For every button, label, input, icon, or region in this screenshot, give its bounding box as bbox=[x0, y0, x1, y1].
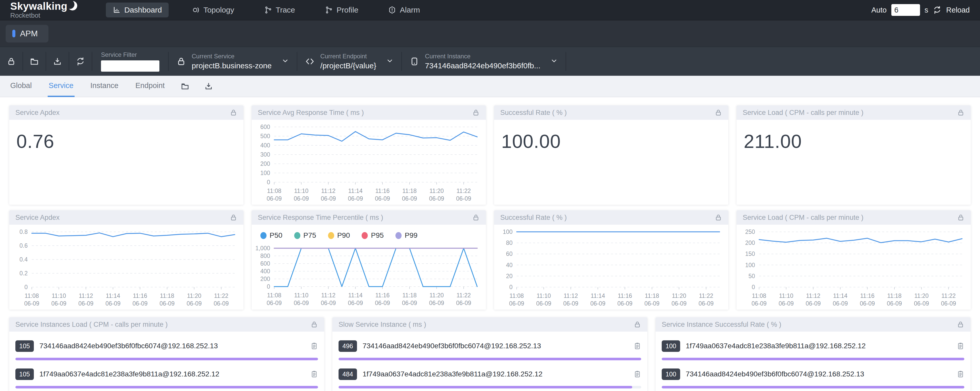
success-rate-line-chart[interactable]: 02040608010011:0806-0911:1006-0911:1206-… bbox=[494, 225, 728, 310]
svg-text:200: 200 bbox=[260, 275, 270, 282]
svg-text:06-09: 06-09 bbox=[429, 300, 444, 306]
current-instance-selector[interactable]: Current Instance 734146aad8424eb490ef3b6… bbox=[402, 53, 565, 70]
nav-item-trace[interactable]: Trace bbox=[257, 3, 302, 17]
svg-text:06-09: 06-09 bbox=[375, 300, 390, 306]
dashboard-toolbar: Service Filter Current Service projectB.… bbox=[0, 47, 980, 76]
card-percentile-chart: Service Response Time Percentile ( ms ) … bbox=[252, 211, 486, 310]
svg-text:11:20: 11:20 bbox=[187, 293, 201, 299]
card-lock-icon[interactable] bbox=[957, 109, 965, 116]
card-lock-icon[interactable] bbox=[957, 321, 964, 328]
card-lock-icon[interactable] bbox=[714, 214, 722, 222]
svg-text:06-09: 06-09 bbox=[24, 300, 40, 307]
copy-icon[interactable] bbox=[633, 342, 641, 350]
nav-item-profile[interactable]: Profile bbox=[318, 3, 365, 17]
copy-icon[interactable] bbox=[310, 370, 318, 378]
card-lock-icon[interactable] bbox=[230, 214, 237, 222]
legend-dot bbox=[294, 232, 301, 239]
copy-icon[interactable] bbox=[957, 342, 964, 350]
legend-item-P95[interactable]: P95 bbox=[362, 231, 383, 239]
scope-tabs: Global Service Instance Endpoint bbox=[0, 76, 980, 97]
tab-apm[interactable]: APM bbox=[6, 25, 48, 43]
auto-interval-input[interactable] bbox=[891, 4, 920, 16]
copy-icon[interactable] bbox=[633, 370, 641, 378]
svg-text:06-09: 06-09 bbox=[267, 195, 282, 202]
card-lock-icon[interactable] bbox=[957, 214, 965, 222]
list-item: 105 734146aad8424eb490ef3b6f0fbc6074@192… bbox=[15, 332, 318, 360]
current-service-selector[interactable]: Current Service projectB.business-zone bbox=[169, 53, 297, 70]
avg-response-line-chart[interactable]: 010020030040050060011:0806-0911:1006-091… bbox=[252, 120, 486, 205]
apdex-line-chart[interactable]: 00.20.40.60.811:0806-0911:1006-0911:1206… bbox=[9, 225, 243, 310]
card-lock-icon[interactable] bbox=[633, 321, 641, 328]
card-lock-icon[interactable] bbox=[230, 109, 237, 116]
card-lock-icon[interactable] bbox=[714, 109, 722, 116]
folder-icon bbox=[181, 82, 189, 90]
tab-endpoint[interactable]: Endpoint bbox=[134, 76, 166, 97]
folder-icon bbox=[30, 57, 39, 66]
current-endpoint-selector[interactable]: Current Endpoint /projectB/{value} bbox=[297, 53, 401, 70]
export-template-button[interactable] bbox=[46, 52, 69, 70]
svg-text:11:20: 11:20 bbox=[915, 293, 929, 299]
top-navbar: Skywalking Rocketbot Dashboard Topology bbox=[0, 0, 980, 21]
service-load-line-chart[interactable]: 05010015020025011:0806-0911:1006-0911:12… bbox=[737, 225, 971, 310]
nav-item-topology[interactable]: Topology bbox=[185, 3, 241, 17]
svg-text:11:22: 11:22 bbox=[457, 292, 471, 299]
card-lock-icon[interactable] bbox=[310, 321, 318, 328]
svg-text:06-09: 06-09 bbox=[402, 300, 417, 306]
import-template-button[interactable] bbox=[23, 52, 46, 70]
reload-icon[interactable] bbox=[933, 6, 942, 14]
download-icon bbox=[204, 82, 213, 90]
svg-text:11:22: 11:22 bbox=[699, 293, 713, 299]
instance-label: 734146aad8424eb490ef3b6f0fbc6074@192.168… bbox=[363, 342, 628, 350]
service-filter-input[interactable] bbox=[101, 60, 159, 72]
svg-text:06-09: 06-09 bbox=[186, 300, 202, 307]
tab-global[interactable]: Global bbox=[9, 76, 33, 97]
legend-item-P50[interactable]: P50 bbox=[260, 231, 282, 239]
svg-text:800: 800 bbox=[260, 253, 270, 259]
svg-text:60: 60 bbox=[506, 250, 512, 257]
lock-edit-button[interactable] bbox=[0, 52, 22, 70]
refresh-dashboard-button[interactable] bbox=[69, 52, 92, 70]
export-view-button[interactable] bbox=[204, 82, 213, 90]
logo-subtitle: Rocketbot bbox=[10, 11, 78, 19]
list-item: 100 1f749aa0637e4adc81e238a3fe9b811a@192… bbox=[662, 332, 964, 360]
reload-label[interactable]: Reload bbox=[946, 6, 970, 14]
legend-item-P75[interactable]: P75 bbox=[294, 231, 316, 239]
app-logo[interactable]: Skywalking Rocketbot bbox=[10, 0, 78, 19]
toolbar-divider bbox=[566, 52, 566, 71]
tab-instance[interactable]: Instance bbox=[89, 76, 120, 97]
card-lock-icon[interactable] bbox=[472, 109, 480, 116]
code-brackets-icon bbox=[305, 57, 315, 66]
percentile-legend: P50P75P90P95P99 bbox=[260, 230, 486, 241]
metric-bar bbox=[15, 358, 318, 360]
success-rate-value: 100.00 bbox=[501, 130, 728, 152]
svg-text:06-09: 06-09 bbox=[132, 300, 148, 307]
nav-item-alarm[interactable]: Alarm bbox=[381, 3, 426, 17]
card-service-load-chart: Service Load ( CPM - calls per minute ) … bbox=[737, 211, 971, 310]
metric-badge: 484 bbox=[339, 369, 357, 380]
list-item: 484 1f749aa0637e4adc81e238a3fe9b811a@192… bbox=[339, 360, 641, 388]
svg-text:600: 600 bbox=[260, 123, 270, 130]
legend-item-P99[interactable]: P99 bbox=[395, 231, 417, 239]
instance-label: 734146aad8424eb490ef3b6f0fbc6074@192.168… bbox=[40, 342, 305, 350]
svg-text:06-09: 06-09 bbox=[644, 300, 660, 307]
svg-text:11:20: 11:20 bbox=[430, 188, 444, 194]
copy-icon[interactable] bbox=[957, 370, 964, 378]
list-item: 105 1f749aa0637e4adc81e238a3fe9b811a@192… bbox=[15, 360, 318, 388]
svg-text:06-09: 06-09 bbox=[860, 300, 875, 307]
percentile-line-chart[interactable]: 02004006008001,00011:0806-0911:1006-0911… bbox=[252, 241, 486, 309]
legend-item-P90[interactable]: P90 bbox=[328, 231, 350, 239]
card-success-rate-chart: Successful Rate ( % ) 02040608010011:080… bbox=[494, 211, 728, 310]
svg-text:11:08: 11:08 bbox=[267, 188, 282, 194]
dashboard-tabs-strip: APM bbox=[0, 21, 980, 47]
svg-text:06-09: 06-09 bbox=[456, 300, 471, 306]
metric-badge: 100 bbox=[662, 340, 680, 352]
card-avg-response-chart: Service Avg Response Time ( ms ) 0100200… bbox=[252, 105, 486, 205]
svg-text:11:18: 11:18 bbox=[645, 293, 659, 299]
copy-icon[interactable] bbox=[310, 342, 318, 350]
svg-text:11:14: 11:14 bbox=[348, 188, 363, 194]
svg-text:06-09: 06-09 bbox=[348, 195, 363, 202]
nav-item-dashboard[interactable]: Dashboard bbox=[106, 3, 169, 17]
import-view-button[interactable] bbox=[181, 82, 189, 90]
card-lock-icon[interactable] bbox=[472, 214, 480, 222]
tab-service[interactable]: Service bbox=[48, 76, 75, 97]
